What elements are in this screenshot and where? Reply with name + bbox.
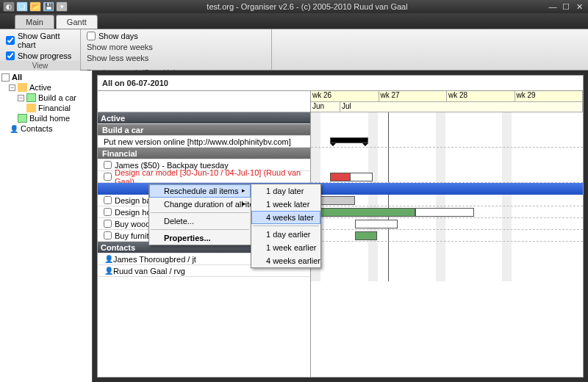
new-icon[interactable]: ❏ bbox=[16, 1, 28, 12]
tree-panel: All −Active −Build a car Financial Build… bbox=[0, 71, 93, 382]
app-icon[interactable]: ◐ bbox=[3, 1, 15, 12]
show-progress-checkbox[interactable]: Show progress bbox=[3, 51, 77, 61]
tree-build-home[interactable]: Build home bbox=[1, 113, 90, 123]
collapse-icon[interactable]: − bbox=[9, 84, 15, 91]
row-put-online[interactable]: Put new version online [http://www.dolph… bbox=[98, 136, 310, 148]
menu-delete[interactable]: Delete... bbox=[149, 215, 251, 228]
open-icon[interactable]: 📂 bbox=[29, 1, 41, 12]
task-checkbox[interactable] bbox=[104, 196, 112, 204]
task-checkbox[interactable] bbox=[104, 208, 112, 216]
row-financial[interactable]: Financial bbox=[98, 148, 310, 159]
menu-change-duration[interactable]: Change duration of all items bbox=[149, 198, 251, 211]
wk-header: wk 27 bbox=[379, 91, 448, 101]
menu-1week-earlier[interactable]: 1 week earlier bbox=[251, 241, 320, 254]
folder-icon bbox=[26, 104, 36, 112]
task-bar[interactable] bbox=[330, 173, 351, 181]
menu-1day-earlier[interactable]: 1 day earlier bbox=[251, 228, 320, 241]
menu-reschedule[interactable]: Reschedule all items bbox=[149, 184, 251, 198]
month-header: Jul bbox=[340, 102, 583, 112]
show-less-weeks[interactable]: Show less weeks bbox=[84, 53, 268, 63]
ribbon-group-view: View bbox=[0, 61, 80, 71]
save-icon[interactable]: 💾 bbox=[43, 1, 54, 12]
minimize-button[interactable]: — bbox=[547, 2, 559, 11]
dropdown-icon[interactable]: ▾ bbox=[56, 1, 68, 12]
page-icon bbox=[26, 93, 36, 102]
menu-4weeks-later[interactable]: 4 weeks later bbox=[251, 211, 320, 224]
menu-1week-later[interactable]: 1 week later bbox=[251, 198, 320, 211]
tree-financial[interactable]: Financial bbox=[1, 103, 90, 113]
wk-header: wk 29 bbox=[515, 91, 584, 101]
row-active[interactable]: Active bbox=[98, 112, 310, 124]
menu-1day-later[interactable]: 1 day later bbox=[251, 184, 320, 198]
menu-4weeks-earlier[interactable]: 4 weeks earlier bbox=[251, 254, 320, 267]
collapse-icon[interactable]: − bbox=[18, 95, 24, 101]
menu-properties[interactable]: Properties... bbox=[149, 231, 251, 245]
context-menu: Reschedule all items Change duration of … bbox=[148, 184, 251, 245]
panel-title: All on 06-07-2010 bbox=[98, 76, 583, 90]
wk-header: wk 26 bbox=[311, 91, 379, 101]
folder-icon bbox=[18, 83, 27, 92]
show-more-weeks[interactable]: Show more weeks bbox=[84, 42, 268, 52]
row-design-car[interactable]: Design car model [30-Jun-10 / 04-Jul-10]… bbox=[98, 171, 310, 183]
task-bar[interactable] bbox=[320, 208, 415, 217]
person-icon: 👤 bbox=[9, 124, 18, 133]
window-title: test.org - Organiser v2.6 - (c) 2005-201… bbox=[71, 2, 544, 11]
tree-build-car[interactable]: −Build a car bbox=[1, 93, 90, 103]
summary-bar[interactable] bbox=[330, 137, 368, 143]
task-checkbox[interactable] bbox=[104, 231, 112, 239]
ribbon-tabs: Main Gantt bbox=[0, 13, 588, 29]
row-build-car[interactable]: Build a car bbox=[98, 124, 310, 136]
gantt-right[interactable]: wk 26 wk 27 wk 28 wk 29 Jun Jul bbox=[311, 91, 583, 377]
maximize-button[interactable]: ☐ bbox=[560, 2, 572, 11]
person-icon: 👤 bbox=[104, 255, 113, 264]
tab-gantt[interactable]: Gantt bbox=[56, 15, 98, 29]
submenu-reschedule: 1 day later 1 week later 4 weeks later 1… bbox=[251, 184, 321, 268]
task-checkbox[interactable] bbox=[104, 220, 112, 228]
task-checkbox[interactable] bbox=[104, 173, 112, 181]
titlebar: ◐ ❏ 📂 💾 ▾ test.org - Organiser v2.6 - (c… bbox=[0, 0, 588, 13]
ribbon: Show Gantt chart Show progress View Show… bbox=[0, 29, 588, 71]
task-bar[interactable] bbox=[415, 208, 474, 217]
tree-all[interactable]: All bbox=[1, 72, 90, 82]
wk-header: wk 28 bbox=[447, 91, 515, 101]
page-icon bbox=[18, 114, 27, 123]
task-bar[interactable] bbox=[355, 220, 398, 228]
tree-active[interactable]: −Active bbox=[1, 82, 90, 93]
square-icon bbox=[1, 73, 10, 82]
month-header: Jun bbox=[311, 102, 340, 112]
task-checkbox[interactable] bbox=[104, 161, 112, 169]
person-icon: 👤 bbox=[104, 267, 113, 275]
show-days-checkbox[interactable]: Show days bbox=[84, 31, 268, 41]
close-button[interactable]: ✕ bbox=[573, 2, 585, 11]
task-bar[interactable] bbox=[355, 231, 377, 240]
tab-main[interactable]: Main bbox=[15, 15, 54, 29]
tree-contacts[interactable]: 👤Contacts bbox=[1, 123, 90, 134]
show-gantt-checkbox[interactable]: Show Gantt chart bbox=[3, 31, 77, 50]
